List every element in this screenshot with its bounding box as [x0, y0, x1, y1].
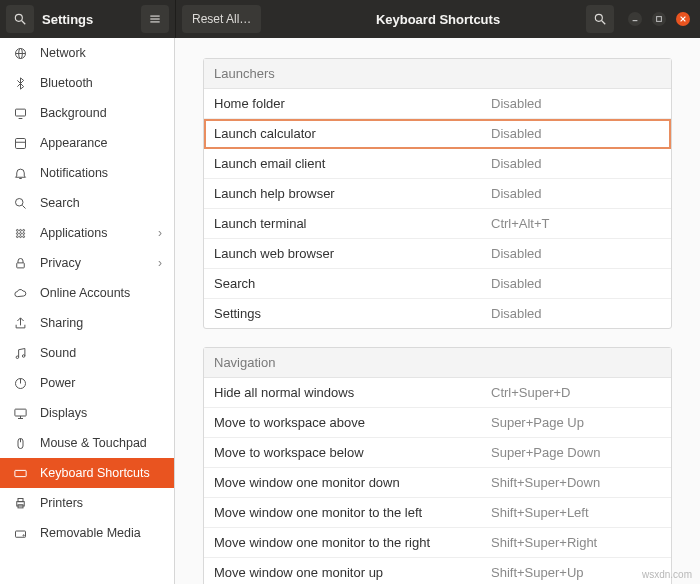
sidebar-item-label: Privacy [40, 256, 146, 270]
shortcut-row[interactable]: Launch terminalCtrl+Alt+T [204, 209, 671, 239]
sidebar-item-appearance[interactable]: Appearance [0, 128, 174, 158]
sidebar-item-label: Bluetooth [40, 76, 162, 90]
power-icon [12, 375, 28, 391]
shortcut-name: Settings [214, 306, 491, 321]
panel-title: Keyboard Shortcuts [376, 12, 500, 27]
sidebar-item-notifications[interactable]: Notifications [0, 158, 174, 188]
shortcut-row[interactable]: Move to workspace aboveSuper+Page Up [204, 408, 671, 438]
sidebar-item-label: Sound [40, 346, 162, 360]
shortcut-name: Move window one monitor to the left [214, 505, 491, 520]
shortcut-accel: Ctrl+Super+D [491, 385, 661, 400]
cloud-icon [12, 285, 28, 301]
sidebar-item-sharing[interactable]: Sharing [0, 308, 174, 338]
reset-all-button[interactable]: Reset All… [182, 5, 261, 33]
search-icon [12, 195, 28, 211]
svg-line-6 [602, 21, 606, 25]
svg-point-0 [15, 14, 22, 21]
svg-rect-8 [657, 17, 662, 22]
sidebar-item-label: Power [40, 376, 162, 390]
sidebar: NetworkBluetoothBackgroundAppearanceNoti… [0, 38, 175, 584]
bell-icon [12, 165, 28, 181]
shortcut-name: Hide all normal windows [214, 385, 491, 400]
panel-search-button[interactable] [586, 5, 614, 33]
mouse-icon [12, 435, 28, 451]
grid-icon [12, 225, 28, 241]
sidebar-item-network[interactable]: Network [0, 38, 174, 68]
shortcut-name: Launch calculator [214, 126, 491, 141]
sidebar-item-power[interactable]: Power [0, 368, 174, 398]
sidebar-item-privacy[interactable]: Privacy› [0, 248, 174, 278]
window-close[interactable] [676, 12, 690, 26]
shortcut-row[interactable]: Launch help browserDisabled [204, 179, 671, 209]
shortcut-accel: Disabled [491, 246, 661, 261]
sidebar-item-bluetooth[interactable]: Bluetooth [0, 68, 174, 98]
sidebar-item-removable[interactable]: Removable Media [0, 518, 174, 548]
sidebar-item-mouse[interactable]: Mouse & Touchpad [0, 428, 174, 458]
shortcut-group: NavigationHide all normal windowsCtrl+Su… [203, 347, 672, 584]
window-minimize[interactable] [628, 12, 642, 26]
svg-point-5 [595, 14, 602, 21]
sidebar-item-label: Mouse & Touchpad [40, 436, 162, 450]
bluetooth-icon [12, 75, 28, 91]
sidebar-item-background[interactable]: Background [0, 98, 174, 128]
shortcut-row[interactable]: Move window one monitor to the rightShif… [204, 528, 671, 558]
svg-point-32 [22, 354, 25, 357]
svg-point-21 [16, 229, 18, 231]
shortcut-row[interactable]: Home folderDisabled [204, 89, 671, 119]
shortcut-accel: Ctrl+Alt+T [491, 216, 661, 231]
window-maximize[interactable] [652, 12, 666, 26]
shortcut-row[interactable]: Launch email clientDisabled [204, 149, 671, 179]
shortcut-row[interactable]: Move window one monitor to the leftShift… [204, 498, 671, 528]
shortcut-row[interactable]: Move window one monitor downShift+Super+… [204, 468, 671, 498]
shortcut-name: Launch help browser [214, 186, 491, 201]
chevron-right-icon: › [158, 226, 162, 240]
svg-point-29 [22, 235, 24, 237]
shortcut-accel: Disabled [491, 156, 661, 171]
shortcut-row[interactable]: SettingsDisabled [204, 299, 671, 328]
shortcut-accel: Disabled [491, 306, 661, 321]
sidebar-item-printers[interactable]: Printers [0, 488, 174, 518]
app-title: Settings [42, 12, 93, 27]
svg-point-22 [19, 229, 21, 231]
shortcut-accel: Disabled [491, 186, 661, 201]
music-icon [12, 345, 28, 361]
svg-rect-14 [15, 109, 25, 116]
sidebar-item-displays[interactable]: Displays [0, 398, 174, 428]
shortcut-row[interactable]: Hide all normal windowsCtrl+Super+D [204, 378, 671, 408]
svg-point-28 [19, 235, 21, 237]
shortcut-accel: Super+Page Down [491, 445, 661, 460]
header-bar: Settings Reset All… Keyboard Shortcuts [0, 0, 700, 38]
shortcut-accel: Shift+Super+Down [491, 475, 661, 490]
sidebar-item-applications[interactable]: Applications› [0, 218, 174, 248]
monitor-icon [12, 405, 28, 421]
shortcut-row[interactable]: Move window one monitor upShift+Super+Up [204, 558, 671, 584]
sidebar-item-keyboard[interactable]: Keyboard Shortcuts [0, 458, 174, 488]
chevron-right-icon: › [158, 256, 162, 270]
shortcut-name: Launch email client [214, 156, 491, 171]
shortcut-accel: Disabled [491, 276, 661, 291]
sidebar-item-online-accounts[interactable]: Online Accounts [0, 278, 174, 308]
shortcut-row[interactable]: Launch calculatorDisabled [204, 119, 671, 149]
sidebar-item-label: Removable Media [40, 526, 162, 540]
shortcut-accel: Super+Page Up [491, 415, 661, 430]
share-icon [12, 315, 28, 331]
display-icon [12, 105, 28, 121]
sidebar-item-label: Displays [40, 406, 162, 420]
printer-icon [12, 495, 28, 511]
content-area: LaunchersHome folderDisabledLaunch calcu… [175, 38, 700, 584]
sidebar-item-search[interactable]: Search [0, 188, 174, 218]
sidebar-item-label: Printers [40, 496, 162, 510]
sidebar-item-label: Notifications [40, 166, 162, 180]
shortcut-row[interactable]: Launch web browserDisabled [204, 239, 671, 269]
shortcut-row[interactable]: Move to workspace belowSuper+Page Down [204, 438, 671, 468]
hamburger-menu-button[interactable] [141, 5, 169, 33]
keyboard-icon [12, 465, 28, 481]
globe-icon [12, 45, 28, 61]
sidebar-item-sound[interactable]: Sound [0, 338, 174, 368]
svg-point-24 [16, 232, 18, 234]
shortcut-row[interactable]: SearchDisabled [204, 269, 671, 299]
sidebar-search-button[interactable] [6, 5, 34, 33]
shortcut-name: Home folder [214, 96, 491, 111]
shortcut-name: Move window one monitor down [214, 475, 491, 490]
svg-point-26 [22, 232, 24, 234]
